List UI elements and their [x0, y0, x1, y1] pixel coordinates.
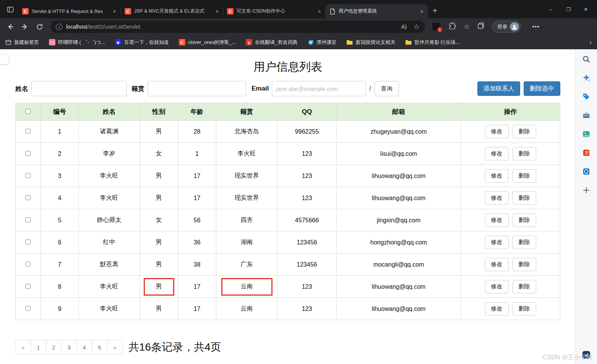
sidebar-add-icon[interactable]: [581, 185, 592, 196]
delete-button[interactable]: 删除: [513, 258, 536, 271]
csdn-watermark: CSDN @王小小鸭: [543, 354, 592, 362]
select-all-checkbox[interactable]: [26, 109, 31, 114]
edit-button[interactable]: 修改: [485, 258, 509, 271]
delete-button[interactable]: 删除: [513, 214, 536, 227]
workspaces-icon[interactable]: [4, 3, 17, 16]
tab-user-management-active[interactable]: 用户信息管理系统 ×: [326, 4, 428, 18]
page-2-button[interactable]: 2: [46, 340, 62, 354]
edit-button[interactable]: 修改: [485, 214, 509, 227]
bookmark-new-tab[interactable]: 新建标签页: [5, 39, 39, 46]
sidebar-shopping-icon[interactable]: [581, 91, 592, 102]
cell-name: 李火旺: [79, 165, 140, 187]
page-4-button[interactable]: 4: [76, 340, 92, 354]
hometown-filter-input[interactable]: [148, 81, 246, 96]
tab-csdn-editor[interactable]: C 写文章-CSDN创作中心 ×: [223, 4, 326, 18]
delete-button[interactable]: 删除: [513, 169, 536, 183]
edit-button[interactable]: 修改: [485, 280, 509, 293]
cell-id: 7: [41, 254, 79, 276]
site-info-icon[interactable]: i: [56, 24, 62, 30]
bookmark-tanzhou[interactable]: 潭州课堂: [307, 39, 336, 46]
edit-button[interactable]: 修改: [485, 191, 509, 205]
add-favorite-icon[interactable]: ☆: [414, 23, 420, 31]
bookmark-label: 暂伴月将影 行乐须...: [414, 39, 459, 46]
bookmark-youdao[interactable]: y 在线翻译_有道词典: [246, 39, 297, 46]
bookmark-csdn-blog[interactable]: C clover_oreo的博客_...: [179, 39, 236, 46]
sidebar-copilot-icon[interactable]: [581, 73, 592, 83]
settings-more-icon[interactable]: •••: [528, 23, 542, 30]
table-row: 3 李火旺 男 17 现实世界 123 lihuowang@qq.com 修改删…: [16, 165, 560, 187]
forward-icon[interactable]: [18, 20, 31, 33]
sidebar-handle[interactable]: [0, 55, 9, 65]
new-tab-button[interactable]: +: [428, 6, 442, 18]
sidebar-office-icon[interactable]: [581, 147, 592, 158]
close-icon[interactable]: ×: [317, 8, 322, 15]
minimize-icon[interactable]: –: [542, 0, 560, 18]
table-row: 1 诸葛渊 男 28 北海杏岛 9962255 zhugeyuan@qq.com…: [16, 121, 560, 143]
delete-selected-button[interactable]: 删除选中: [524, 81, 560, 96]
page-next-button[interactable]: »: [107, 340, 123, 354]
sidebar-travel-icon[interactable]: [581, 110, 592, 121]
refresh-icon[interactable]: [33, 20, 46, 33]
maximize-icon[interactable]: ❒: [560, 0, 577, 18]
sidebar-designer-icon[interactable]: [581, 129, 592, 139]
csdn-favicon-icon: C: [125, 8, 131, 15]
delete-button[interactable]: 删除: [513, 191, 536, 205]
close-icon[interactable]: ×: [112, 8, 117, 15]
query-button[interactable]: 查询: [375, 81, 399, 96]
row-checkbox[interactable]: [26, 239, 31, 244]
delete-button[interactable]: 删除: [513, 147, 536, 160]
bookmark-folder-covid[interactable]: 新冠疫情论文相关: [346, 39, 395, 46]
cell-gender-highlighted: 男: [140, 276, 178, 298]
read-aloud-icon[interactable]: A): [401, 24, 407, 30]
folder-icon: [405, 39, 412, 45]
edit-button[interactable]: 修改: [485, 169, 509, 183]
bookmarks-overflow-icon[interactable]: ›: [590, 39, 592, 46]
row-checkbox[interactable]: [26, 129, 31, 134]
cell-id: 3: [41, 165, 79, 187]
row-checkbox[interactable]: [26, 195, 31, 200]
cell-id: 5: [41, 209, 79, 231]
close-icon[interactable]: ×: [419, 8, 424, 15]
tab-servlet[interactable]: C Servlet & HTTP & Request & Res ×: [18, 4, 121, 18]
extensions-puzzle-icon[interactable]: [448, 22, 456, 32]
favorites-icon[interactable]: ☆: [464, 23, 470, 31]
row-checkbox[interactable]: [26, 217, 31, 222]
cell-hometown: 湖南: [216, 231, 277, 254]
edit-button[interactable]: 修改: [485, 125, 509, 138]
extension-badge-icon[interactable]: 1: [432, 22, 441, 31]
page-1-button[interactable]: 1: [31, 340, 46, 354]
collections-icon[interactable]: [477, 22, 485, 31]
page-5-button[interactable]: 5: [92, 340, 107, 354]
row-checkbox[interactable]: [26, 284, 31, 289]
row-checkbox[interactable]: [26, 151, 31, 156]
add-contact-button[interactable]: 添加联系人: [477, 81, 520, 96]
name-filter-input[interactable]: [31, 81, 127, 96]
delete-button[interactable]: 删除: [513, 280, 536, 293]
delete-button[interactable]: 删除: [513, 125, 536, 138]
close-icon[interactable]: ×: [214, 8, 219, 15]
row-checkbox[interactable]: [26, 173, 31, 178]
edit-button[interactable]: 修改: [485, 147, 509, 160]
bookmark-label: 新冠疫情论文相关: [355, 39, 395, 46]
edit-button[interactable]: 修改: [485, 302, 509, 315]
back-icon[interactable]: [4, 20, 17, 33]
login-button[interactable]: 登录: [492, 21, 521, 33]
bookmark-baidu[interactable]: 百度一下，你就知道: [115, 39, 169, 46]
bookmark-folder-poems[interactable]: 暂伴月将影 行乐须...: [405, 39, 459, 46]
cell-gender: 女: [140, 143, 178, 165]
page-prev-button[interactable]: «: [15, 340, 31, 354]
bookmark-bilibili[interactable]: 哔哩哔哩 ( ゜-゜)つ...: [49, 39, 105, 46]
delete-button[interactable]: 删除: [513, 236, 536, 249]
sidebar-search-icon[interactable]: [581, 54, 592, 65]
email-filter-input[interactable]: [272, 81, 366, 96]
tab-jsp-mvc[interactable]: C JSP & MVC开发模式 & EL表达式 ×: [121, 4, 223, 18]
edit-button[interactable]: 修改: [485, 236, 509, 249]
red-highlight-box: 云南: [221, 278, 273, 296]
address-bar[interactable]: i localhost/test02/userListServlet A) ☆: [50, 21, 425, 33]
window-close-icon[interactable]: ✕: [577, 0, 595, 18]
delete-button[interactable]: 删除: [513, 302, 536, 315]
sidebar-outlook-icon[interactable]: [581, 166, 592, 177]
row-checkbox[interactable]: [26, 306, 31, 311]
row-checkbox[interactable]: [26, 262, 31, 267]
page-3-button[interactable]: 3: [61, 340, 77, 354]
